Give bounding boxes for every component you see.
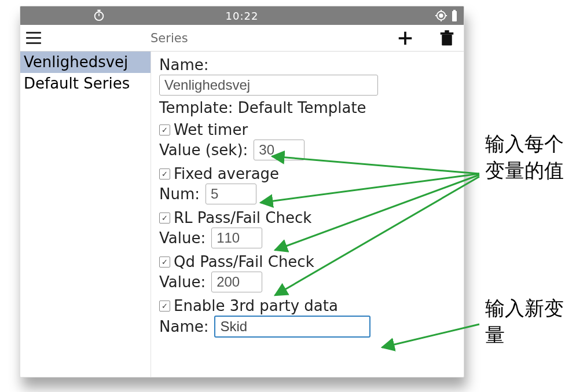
svg-rect-11 [453,10,456,12]
wet-timer-value-label: Value (sek): [159,141,248,159]
third-party-name-input[interactable] [214,316,370,338]
rl-check-value-label: Value: [159,229,206,247]
qd-check-value-input[interactable] [211,272,262,292]
template-label: Template: [159,99,233,116]
rl-check-value-input[interactable] [211,228,262,248]
clock-time: 10:22 [20,10,464,22]
svg-rect-16 [445,30,449,32]
qd-check-label: Qd Pass/Fail Check [174,253,314,270]
svg-rect-15 [441,32,454,35]
third-party-checkbox[interactable] [159,301,170,312]
name-input[interactable] [159,75,378,96]
add-button[interactable] [397,30,414,47]
svg-rect-14 [442,34,452,45]
fixed-average-value-label: Num: [159,185,200,203]
series-form: Name: Template: Default Template Wet tim… [151,52,464,378]
annotation-values: 输入每个变量的值 [485,131,572,184]
fixed-average-checkbox[interactable] [159,168,170,179]
wet-timer-label: Wet timer [174,121,248,138]
rl-check-label: RL Pass/Fail Check [174,209,311,226]
device-frame: 10:22 [20,6,464,378]
rl-check-checkbox[interactable] [159,213,170,224]
template-value: Default Template [238,99,366,116]
battery-icon [451,9,458,22]
svg-rect-10 [452,11,457,21]
name-label: Name: [159,56,456,74]
wet-timer-value-input[interactable] [254,140,304,160]
fixed-average-value-input[interactable] [206,184,256,204]
status-bar: 10:22 [20,6,464,25]
menu-button[interactable] [20,25,46,51]
qd-check-checkbox[interactable] [159,257,170,268]
annotation-new-variable: 输入新变量 [485,295,572,349]
svg-point-4 [439,14,443,17]
delete-button[interactable] [438,30,456,47]
toolbar-title: Series [151,31,188,45]
qd-check-value-label: Value: [159,273,206,291]
series-item-venlighedsvej[interactable]: Venlighedsvej [20,52,151,73]
fixed-average-label: Fixed average [174,165,279,182]
series-list: Venlighedsvej Default Series [20,52,151,378]
wet-timer-checkbox[interactable] [159,124,170,135]
toolbar: Series [20,25,464,52]
series-item-default[interactable]: Default Series [20,73,151,94]
third-party-value-label: Name: [159,318,208,335]
gps-icon [435,9,447,22]
third-party-label: Enable 3rd party data [174,297,338,314]
